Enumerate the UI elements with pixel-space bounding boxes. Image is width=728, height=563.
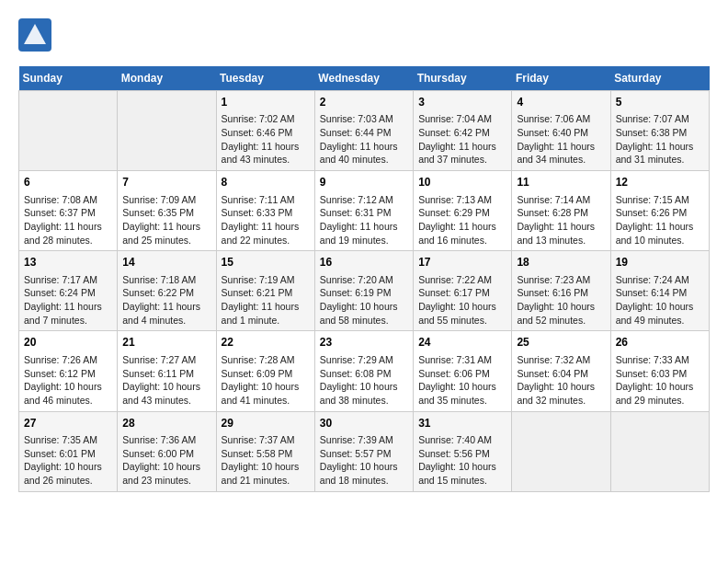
day-content: Sunrise: 7:12 AM Sunset: 6:31 PM Dayligh…: [320, 193, 408, 247]
calendar-cell: 25Sunrise: 7:32 AM Sunset: 6:04 PM Dayli…: [512, 331, 610, 411]
calendar-cell: [19, 91, 118, 171]
day-content: Sunrise: 7:18 AM Sunset: 6:22 PM Dayligh…: [122, 273, 210, 327]
calendar-table: SundayMondayTuesdayWednesdayThursdayFrid…: [18, 66, 710, 492]
day-number: 8: [222, 175, 310, 190]
calendar-cell: 11Sunrise: 7:14 AM Sunset: 6:28 PM Dayli…: [512, 171, 610, 251]
day-content: Sunrise: 7:13 AM Sunset: 6:29 PM Dayligh…: [418, 193, 506, 247]
day-content: Sunrise: 7:15 AM Sunset: 6:26 PM Dayligh…: [616, 193, 704, 247]
day-number: 25: [517, 335, 605, 350]
day-content: Sunrise: 7:28 AM Sunset: 6:09 PM Dayligh…: [222, 353, 310, 408]
calendar-cell: 23Sunrise: 7:29 AM Sunset: 6:08 PM Dayli…: [314, 331, 413, 411]
calendar-cell: 16Sunrise: 7:20 AM Sunset: 6:19 PM Dayli…: [314, 251, 413, 331]
calendar-cell: 3Sunrise: 7:04 AM Sunset: 6:42 PM Daylig…: [414, 91, 512, 171]
day-content: Sunrise: 7:09 AM Sunset: 6:35 PM Dayligh…: [122, 193, 210, 247]
day-content: Sunrise: 7:37 AM Sunset: 5:58 PM Dayligh…: [222, 433, 310, 488]
day-content: Sunrise: 7:32 AM Sunset: 6:04 PM Dayligh…: [517, 353, 605, 408]
day-number: 29: [222, 416, 310, 431]
day-number: 4: [517, 95, 605, 110]
calendar-cell: 12Sunrise: 7:15 AM Sunset: 6:26 PM Dayli…: [610, 171, 709, 251]
day-number: 27: [24, 416, 112, 431]
day-content: Sunrise: 7:39 AM Sunset: 5:57 PM Dayligh…: [320, 433, 408, 488]
calendar-cell: 29Sunrise: 7:37 AM Sunset: 5:58 PM Dayli…: [216, 411, 314, 491]
day-content: Sunrise: 7:31 AM Sunset: 6:06 PM Dayligh…: [418, 353, 506, 408]
day-content: Sunrise: 7:07 AM Sunset: 6:38 PM Dayligh…: [616, 112, 704, 167]
calendar-cell: [118, 91, 216, 171]
header-row: SundayMondayTuesdayWednesdayThursdayFrid…: [19, 66, 710, 91]
day-number: 28: [122, 416, 210, 431]
calendar-cell: 17Sunrise: 7:22 AM Sunset: 6:17 PM Dayli…: [414, 251, 512, 331]
calendar-week-1: 1Sunrise: 7:02 AM Sunset: 6:46 PM Daylig…: [19, 91, 710, 171]
calendar-cell: 22Sunrise: 7:28 AM Sunset: 6:09 PM Dayli…: [216, 331, 314, 411]
calendar-week-4: 20Sunrise: 7:26 AM Sunset: 6:12 PM Dayli…: [19, 331, 710, 411]
day-content: Sunrise: 7:26 AM Sunset: 6:12 PM Dayligh…: [24, 353, 112, 408]
day-number: 21: [122, 335, 210, 350]
day-number: 30: [320, 416, 408, 431]
day-number: 24: [418, 335, 506, 350]
calendar-cell: 7Sunrise: 7:09 AM Sunset: 6:35 PM Daylig…: [118, 171, 216, 251]
header-cell-monday: Monday: [118, 66, 216, 91]
day-number: 5: [616, 95, 704, 110]
day-number: 18: [517, 255, 605, 270]
calendar-week-5: 27Sunrise: 7:35 AM Sunset: 6:01 PM Dayli…: [19, 411, 710, 491]
day-number: 11: [517, 175, 605, 190]
day-content: Sunrise: 7:36 AM Sunset: 6:00 PM Dayligh…: [122, 433, 210, 488]
calendar-cell: 27Sunrise: 7:35 AM Sunset: 6:01 PM Dayli…: [19, 411, 118, 491]
day-content: Sunrise: 7:03 AM Sunset: 6:44 PM Dayligh…: [320, 112, 408, 167]
day-number: 1: [222, 95, 310, 110]
day-number: 12: [616, 175, 704, 190]
day-content: Sunrise: 7:17 AM Sunset: 6:24 PM Dayligh…: [24, 273, 112, 327]
calendar-cell: 26Sunrise: 7:33 AM Sunset: 6:03 PM Dayli…: [610, 331, 709, 411]
day-number: 26: [616, 335, 704, 350]
calendar-cell: 20Sunrise: 7:26 AM Sunset: 6:12 PM Dayli…: [19, 331, 118, 411]
calendar-header: SundayMondayTuesdayWednesdayThursdayFrid…: [19, 66, 710, 91]
day-content: Sunrise: 7:35 AM Sunset: 6:01 PM Dayligh…: [24, 433, 112, 488]
day-number: 6: [24, 175, 112, 190]
header-cell-sunday: Sunday: [19, 66, 118, 91]
calendar-week-2: 6Sunrise: 7:08 AM Sunset: 6:37 PM Daylig…: [19, 171, 710, 251]
day-number: 10: [418, 175, 506, 190]
day-content: Sunrise: 7:22 AM Sunset: 6:17 PM Dayligh…: [418, 273, 506, 327]
calendar-cell: 24Sunrise: 7:31 AM Sunset: 6:06 PM Dayli…: [414, 331, 512, 411]
calendar-cell: [512, 411, 610, 491]
day-content: Sunrise: 7:14 AM Sunset: 6:28 PM Dayligh…: [517, 193, 605, 247]
day-content: Sunrise: 7:23 AM Sunset: 6:16 PM Dayligh…: [517, 273, 605, 327]
day-number: 20: [24, 335, 112, 350]
page-header: [18, 18, 710, 52]
calendar-cell: 8Sunrise: 7:11 AM Sunset: 6:33 PM Daylig…: [216, 171, 314, 251]
day-number: 3: [418, 95, 506, 110]
day-number: 14: [122, 255, 210, 270]
day-number: 31: [418, 416, 506, 431]
header-cell-friday: Friday: [512, 66, 610, 91]
calendar-cell: [610, 411, 709, 491]
day-number: 16: [320, 255, 408, 270]
day-number: 17: [418, 255, 506, 270]
day-number: 13: [24, 255, 112, 270]
day-content: Sunrise: 7:33 AM Sunset: 6:03 PM Dayligh…: [616, 353, 704, 408]
day-content: Sunrise: 7:08 AM Sunset: 6:37 PM Dayligh…: [24, 193, 112, 247]
calendar-cell: 13Sunrise: 7:17 AM Sunset: 6:24 PM Dayli…: [19, 251, 118, 331]
calendar-cell: 5Sunrise: 7:07 AM Sunset: 6:38 PM Daylig…: [610, 91, 709, 171]
day-number: 22: [222, 335, 310, 350]
day-content: Sunrise: 7:40 AM Sunset: 5:56 PM Dayligh…: [418, 433, 506, 488]
calendar-cell: 10Sunrise: 7:13 AM Sunset: 6:29 PM Dayli…: [414, 171, 512, 251]
calendar-cell: 19Sunrise: 7:24 AM Sunset: 6:14 PM Dayli…: [610, 251, 709, 331]
day-number: 23: [320, 335, 408, 350]
day-content: Sunrise: 7:24 AM Sunset: 6:14 PM Dayligh…: [616, 273, 704, 327]
calendar-cell: 2Sunrise: 7:03 AM Sunset: 6:44 PM Daylig…: [314, 91, 413, 171]
day-content: Sunrise: 7:06 AM Sunset: 6:40 PM Dayligh…: [517, 112, 605, 167]
calendar-cell: 15Sunrise: 7:19 AM Sunset: 6:21 PM Dayli…: [216, 251, 314, 331]
calendar-cell: 1Sunrise: 7:02 AM Sunset: 6:46 PM Daylig…: [216, 91, 314, 171]
day-content: Sunrise: 7:04 AM Sunset: 6:42 PM Dayligh…: [418, 112, 506, 167]
header-cell-wednesday: Wednesday: [314, 66, 413, 91]
day-content: Sunrise: 7:29 AM Sunset: 6:08 PM Dayligh…: [320, 353, 408, 408]
calendar-cell: 30Sunrise: 7:39 AM Sunset: 5:57 PM Dayli…: [314, 411, 413, 491]
day-number: 9: [320, 175, 408, 190]
calendar-cell: 6Sunrise: 7:08 AM Sunset: 6:37 PM Daylig…: [19, 171, 118, 251]
day-number: 7: [122, 175, 210, 190]
header-cell-saturday: Saturday: [610, 66, 709, 91]
day-content: Sunrise: 7:19 AM Sunset: 6:21 PM Dayligh…: [222, 273, 310, 327]
calendar-cell: 18Sunrise: 7:23 AM Sunset: 6:16 PM Dayli…: [512, 251, 610, 331]
day-number: 19: [616, 255, 704, 270]
calendar-cell: 31Sunrise: 7:40 AM Sunset: 5:56 PM Dayli…: [414, 411, 512, 491]
calendar-cell: 9Sunrise: 7:12 AM Sunset: 6:31 PM Daylig…: [314, 171, 413, 251]
